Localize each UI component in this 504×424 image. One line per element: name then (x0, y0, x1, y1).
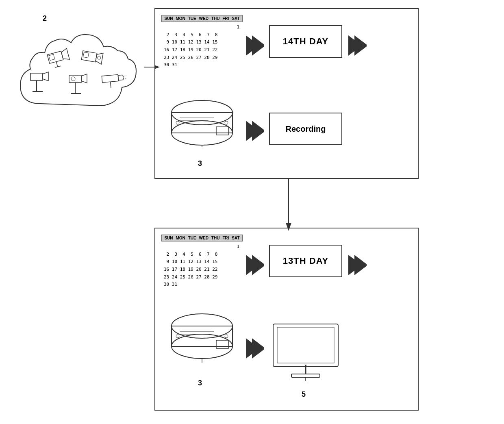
top-calendar-header: SUN MON TUE WED THU FRI SAT (161, 15, 243, 22)
svg-rect-49 (216, 340, 228, 348)
b-cal-sat: SAT (232, 236, 239, 240)
cal-mon: MON (176, 16, 185, 21)
top-day-box: 14TH DAY (269, 25, 342, 58)
svg-marker-6 (95, 52, 103, 64)
svg-point-8 (97, 56, 101, 59)
svg-point-33 (176, 121, 179, 124)
svg-marker-56 (252, 338, 264, 359)
b-cal-mon: MON (176, 236, 185, 240)
panel-down-arrow (285, 179, 293, 232)
cal-tue: TUE (188, 16, 196, 21)
svg-line-22 (111, 82, 111, 88)
svg-point-61 (305, 365, 306, 366)
top-chevron-2 (346, 33, 367, 58)
svg-rect-58 (277, 327, 334, 363)
top-hdd-label: 3 (198, 159, 202, 168)
bottom-calendar-body: 1 2 3 4 5 6 7 8 9 10 11 12 13 14 15 16 1… (161, 241, 243, 290)
cloud-area (8, 12, 146, 130)
recording-box: Recording (269, 113, 342, 145)
cal-thu: THU (211, 16, 220, 21)
svg-marker-1 (61, 48, 70, 61)
svg-marker-43 (252, 255, 264, 275)
svg-rect-18 (102, 74, 118, 82)
bottom-hdd-label: 3 (198, 379, 202, 387)
bottom-chevron-3 (244, 336, 264, 361)
monitor-icon (269, 322, 342, 383)
b-cal-sun: SUN (164, 236, 173, 240)
svg-rect-2 (49, 54, 55, 61)
svg-marker-39 (252, 121, 264, 141)
bottom-calendar-header: SUN MON TUE WED THU FRI SAT (161, 235, 243, 241)
svg-rect-7 (83, 52, 89, 58)
bottom-calendar: SUN MON TUE WED THU FRI SAT 1 2 3 4 5 6 … (161, 235, 243, 290)
b-cal-fri: FRI (222, 236, 229, 240)
b-cal-wed: WED (199, 236, 209, 240)
cal-sat: SAT (232, 16, 239, 21)
b-cal-tue: TUE (188, 236, 196, 240)
svg-line-3 (56, 62, 57, 67)
top-chevron-1 (244, 33, 264, 58)
svg-marker-10 (43, 72, 48, 81)
svg-marker-14 (81, 74, 87, 83)
svg-marker-26 (252, 35, 264, 56)
cloud-icon (8, 12, 146, 130)
svg-marker-28 (354, 35, 367, 56)
svg-rect-19 (118, 75, 123, 80)
svg-point-50 (176, 335, 179, 338)
svg-line-20 (123, 76, 126, 77)
svg-rect-47 (172, 326, 232, 346)
bottom-day-box: 13TH DAY (269, 245, 342, 277)
svg-rect-60 (291, 374, 320, 377)
svg-rect-30 (172, 113, 232, 133)
top-panel: SUN MON TUE WED THU FRI SAT 1 2 3 4 5 6 … (154, 8, 419, 179)
cal-wed: WED (199, 16, 209, 21)
svg-point-15 (71, 77, 75, 81)
svg-line-21 (123, 78, 126, 79)
svg-point-51 (225, 335, 228, 338)
bottom-panel: SUN MON TUE WED THU FRI SAT 1 2 3 4 5 6 … (154, 228, 419, 411)
b-cal-thu: THU (211, 236, 220, 240)
top-calendar: SUN MON TUE WED THU FRI SAT 1 2 3 4 5 6 … (161, 15, 243, 71)
svg-point-34 (225, 121, 228, 124)
bottom-hdd-icon (167, 304, 237, 363)
svg-rect-9 (30, 73, 43, 80)
svg-rect-0 (47, 51, 63, 63)
svg-rect-32 (216, 127, 228, 135)
cal-fri: FRI (222, 16, 229, 21)
svg-rect-57 (273, 324, 338, 367)
cal-sun: SUN (164, 16, 173, 21)
bottom-chevron-1 (244, 253, 264, 277)
svg-marker-45 (354, 255, 367, 275)
top-hdd-icon (167, 90, 237, 147)
diagram: 2 (0, 0, 504, 424)
svg-line-4 (55, 66, 61, 67)
top-chevron-3 (244, 119, 264, 143)
bottom-chevron-2 (346, 253, 367, 277)
monitor-label: 5 (302, 390, 306, 399)
top-calendar-body: 1 2 3 4 5 6 7 8 9 10 11 12 13 14 15 16 1… (161, 22, 243, 71)
